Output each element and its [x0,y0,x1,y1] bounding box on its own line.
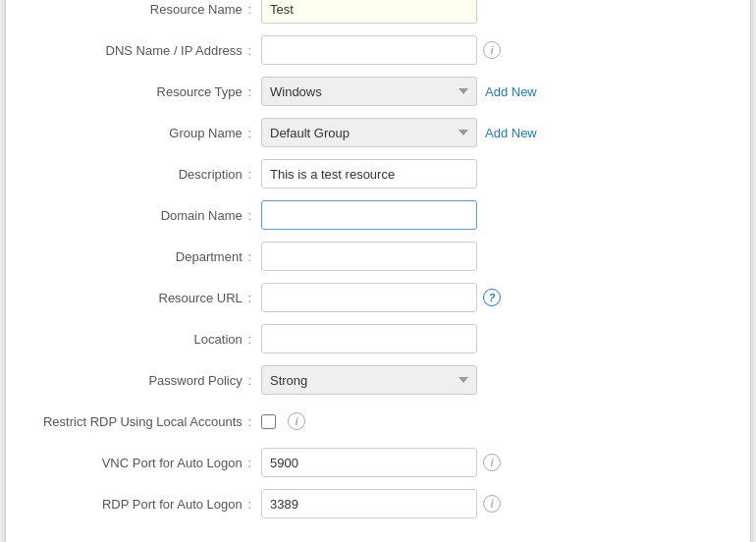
resource-name-row: Resource Name : [35,0,721,25]
vnc-port-label: VNC Port for Auto Logon : [35,456,261,470]
description-input[interactable] [261,159,477,189]
rdp-port-label: RDP Port for Auto Logon : [35,497,261,512]
vnc-port-row: VNC Port for Auto Logon : i [35,447,721,478]
location-input[interactable] [261,324,477,353]
dns-input[interactable] [261,35,477,65]
restrict-rdp-info-icon[interactable]: i [288,412,305,430]
rdp-port-row: RDP Port for Auto Logon : i [35,488,721,519]
resource-url-input[interactable] [261,283,477,312]
location-row: Location : [35,323,721,354]
dialog-body: Resource Name : DNS Name / IP Address : … [6,0,750,539]
restrict-rdp-row: Restrict RDP Using Local Accounts : i [35,406,721,437]
dns-row: DNS Name / IP Address : i [35,34,721,66]
department-label: Department : [35,249,261,264]
restrict-rdp-label: Restrict RDP Using Local Accounts : [35,414,261,429]
department-row: Department : [35,241,721,272]
resource-type-select[interactable]: Windows Linux Mac [261,77,477,106]
password-policy-select[interactable]: Strong Medium Weak [261,365,477,395]
restrict-rdp-checkbox[interactable] [261,414,276,429]
dns-label: DNS Name / IP Address : [35,43,261,58]
description-label: Description : [35,167,261,182]
add-resource-dialog: Add Resource i × Resource Name : DNS Nam… [5,0,751,542]
resource-url-row: Resource URL : ? [35,282,721,313]
dns-info-icon[interactable]: i [483,41,501,59]
department-input[interactable] [261,242,477,271]
rdp-port-info-icon[interactable]: i [483,495,501,513]
resource-name-input[interactable] [261,0,477,24]
resource-url-label: Resource URL : [35,291,261,305]
domain-name-row: Domain Name : [35,199,721,231]
resource-type-row: Resource Type : Windows Linux Mac Add Ne… [35,76,721,107]
domain-name-input[interactable] [261,200,477,230]
group-name-select[interactable]: Default Group [261,118,477,147]
rdp-port-input[interactable] [261,489,477,518]
group-name-label: Group Name : [35,126,261,140]
description-row: Description : [35,158,721,190]
vnc-port-info-icon[interactable]: i [483,454,501,471]
vnc-port-input[interactable] [261,448,477,477]
resource-type-label: Resource Type : [35,84,261,99]
resource-url-info-icon[interactable]: ? [483,289,501,306]
group-name-row: Group Name : Default Group Add New [35,117,721,148]
domain-name-label: Domain Name : [35,208,261,223]
password-policy-label: Password Policy : [35,373,261,388]
password-policy-row: Password Policy : Strong Medium Weak [35,364,721,396]
location-label: Location : [35,332,261,347]
resource-name-label: Resource Name : [35,2,261,17]
resource-type-add-new[interactable]: Add New [485,84,537,99]
group-name-add-new[interactable]: Add New [485,126,537,140]
